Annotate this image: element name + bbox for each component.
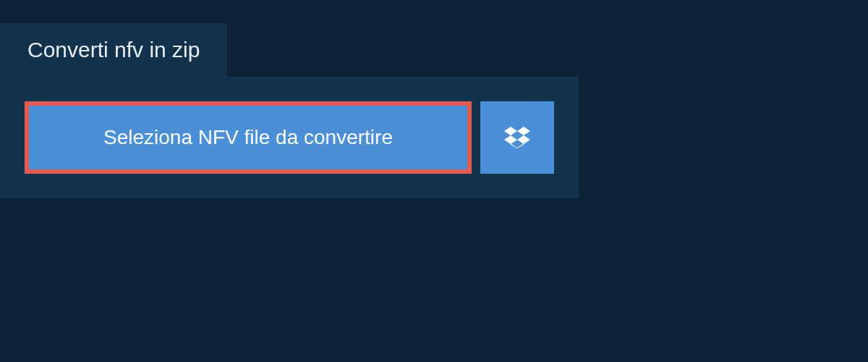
dropbox-button[interactable] <box>480 101 554 174</box>
converter-panel: Seleziona NFV file da convertire <box>0 77 579 198</box>
select-file-button[interactable]: Seleziona NFV file da convertire <box>25 101 472 174</box>
tab-bar: Converti nfv in zip Seleziona NFV file d… <box>0 0 868 198</box>
tab-label: Converti nfv in zip <box>27 38 200 62</box>
select-file-label: Seleziona NFV file da convertire <box>103 126 393 149</box>
dropbox-icon <box>504 125 530 151</box>
button-row: Seleziona NFV file da convertire <box>25 101 554 174</box>
tab-convert[interactable]: Converti nfv in zip <box>0 23 227 77</box>
